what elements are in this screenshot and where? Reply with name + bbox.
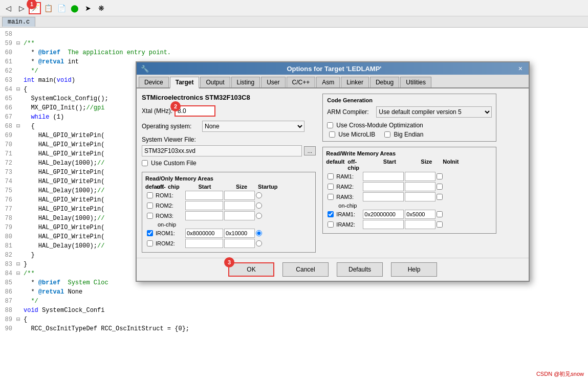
irom1-start[interactable] — [185, 229, 223, 238]
ram1-noinit[interactable] — [437, 173, 443, 179]
big-endian-checkbox[interactable] — [384, 131, 390, 138]
iram2-default[interactable] — [326, 221, 335, 228]
arm-compiler-label: ARM Compiler: — [327, 108, 373, 116]
dialog-title-text: Options for Target 'LEDLAMP' — [287, 65, 381, 73]
iram2-noinit[interactable] — [437, 221, 443, 228]
arm-compiler-select[interactable]: Use default compiler version 5 — [376, 106, 492, 118]
tab-output[interactable]: Output — [200, 77, 230, 87]
rom2-row: ROM2: — [145, 201, 312, 210]
ram2-noinit[interactable] — [437, 184, 443, 190]
tab-listing[interactable]: Listing — [231, 77, 260, 87]
rom1-startup[interactable] — [256, 192, 262, 198]
tab-linker[interactable]: Linker — [341, 77, 369, 87]
code-gen-title: Code Generation — [327, 97, 492, 103]
iram1-start[interactable] — [363, 210, 404, 219]
tab-user[interactable]: User — [261, 77, 285, 87]
ram3-start[interactable] — [363, 192, 404, 201]
rom1-row: ROM1: — [145, 191, 312, 200]
iram1-default[interactable] — [326, 211, 335, 217]
svd-input-row: ... — [142, 145, 316, 156]
rom3-startup[interactable] — [256, 213, 262, 219]
rom1-size[interactable] — [224, 191, 255, 200]
rom1-start[interactable] — [185, 191, 223, 200]
ram2-row: RAM2: — [326, 182, 493, 191]
cancel-button[interactable]: Cancel — [282, 262, 329, 277]
ok-button[interactable]: OK — [228, 262, 274, 277]
tab-device[interactable]: Device — [139, 77, 169, 87]
tab-target[interactable]: Target — [170, 77, 200, 88]
rom2-startup[interactable] — [256, 203, 262, 209]
svd-label: System Viewer File: — [142, 136, 316, 143]
dialog-body: STMicroelectronics STM32F103C8 Xtal (MHz… — [137, 88, 529, 258]
read-write-onchip-label: on-chip — [326, 203, 493, 209]
tab-asm[interactable]: Asm — [316, 77, 340, 87]
compiler-row: ARM Compiler: Use default compiler versi… — [327, 106, 492, 118]
dialog-footer: 3 OK Cancel Defaults Help — [137, 258, 529, 281]
rom3-size[interactable] — [224, 211, 255, 220]
dialog-title-icon: 🔧 — [141, 65, 149, 73]
help-button[interactable]: Help — [391, 262, 437, 277]
microlib-checkbox[interactable] — [329, 131, 335, 138]
ram3-size[interactable] — [405, 192, 435, 201]
os-row: Operating system: None — [142, 121, 316, 132]
tab-cpp[interactable]: C/C++ — [287, 77, 316, 87]
rom2-start[interactable] — [185, 201, 223, 210]
dialog-tabs: Device Target Output Listing User C/C++ … — [137, 75, 529, 88]
dialog-overlay: 🔧 Options for Target 'LEDLAMP' × Device … — [0, 0, 588, 382]
big-endian-label: Big Endian — [394, 131, 423, 138]
ram1-size[interactable] — [405, 172, 435, 181]
iram2-row: IRAM2: — [326, 220, 493, 229]
rom2-size[interactable] — [224, 201, 255, 210]
iram2-size[interactable] — [405, 220, 435, 229]
irom2-size[interactable] — [224, 239, 255, 248]
read-write-title: Read/Write Memory Areas — [326, 150, 493, 156]
rom3-default[interactable] — [145, 213, 155, 219]
rom1-default[interactable] — [145, 192, 155, 198]
irom1-default[interactable] — [145, 230, 155, 236]
xtal-row: Xtal (MHz): 2 — [142, 105, 316, 117]
cross-module-row: Use Cross-Module Optimization — [327, 122, 492, 129]
ram1-start[interactable] — [363, 172, 404, 181]
iram1-size[interactable] — [405, 210, 435, 219]
ram2-start[interactable] — [363, 182, 404, 191]
iram1-noinit[interactable] — [437, 211, 443, 217]
read-write-memory-box: Read/Write Memory Areas default off-chip… — [322, 147, 496, 234]
tab-utilities[interactable]: Utilities — [400, 77, 431, 87]
tab-debug[interactable]: Debug — [370, 77, 399, 87]
svd-input[interactable] — [142, 145, 302, 156]
ram3-noinit[interactable] — [437, 194, 443, 200]
rom3-row: ROM3: — [145, 211, 312, 220]
device-name: STMicroelectronics STM32F103C8 — [142, 94, 316, 101]
irom1-startup[interactable] — [256, 230, 262, 236]
irom1-size[interactable] — [224, 229, 255, 238]
custom-file-label: Use Custom File — [151, 160, 197, 167]
iram1-row: IRAM1: — [326, 210, 493, 219]
irom2-start[interactable] — [185, 239, 223, 248]
ram2-default[interactable] — [326, 184, 335, 190]
dialog-close-btn[interactable]: × — [516, 64, 525, 73]
irom2-startup[interactable] — [256, 240, 262, 246]
xtal-label: Xtal (MHz): — [142, 107, 172, 115]
microlib-row: Use MicroLIB Big Endian — [329, 131, 492, 138]
microlib-label: Use MicroLIB — [338, 131, 375, 138]
rom3-start[interactable] — [185, 211, 223, 220]
irom2-default[interactable] — [145, 240, 155, 246]
svd-browse-btn[interactable]: ... — [304, 146, 316, 155]
cross-module-label: Use Cross-Module Optimization — [336, 122, 423, 129]
custom-file-checkbox[interactable] — [142, 160, 148, 166]
ram3-row: RAM3: — [326, 192, 493, 201]
cross-module-checkbox[interactable] — [327, 122, 333, 128]
xtal-input[interactable] — [175, 105, 215, 117]
defaults-button[interactable]: Defaults — [337, 262, 383, 277]
ram1-default[interactable] — [326, 173, 335, 179]
ram2-size[interactable] — [405, 182, 435, 191]
ram3-default[interactable] — [326, 194, 335, 200]
os-label: Operating system: — [142, 123, 198, 130]
irom2-row: IROM2: — [145, 239, 312, 248]
iram2-start[interactable] — [363, 220, 404, 229]
os-select[interactable]: None — [202, 121, 304, 132]
rom2-default[interactable] — [145, 203, 155, 209]
read-write-header: default off-chip Start Size NoInit — [326, 159, 493, 171]
irom1-row: IROM1: — [145, 229, 312, 238]
ram1-row: RAM1: — [326, 172, 493, 181]
